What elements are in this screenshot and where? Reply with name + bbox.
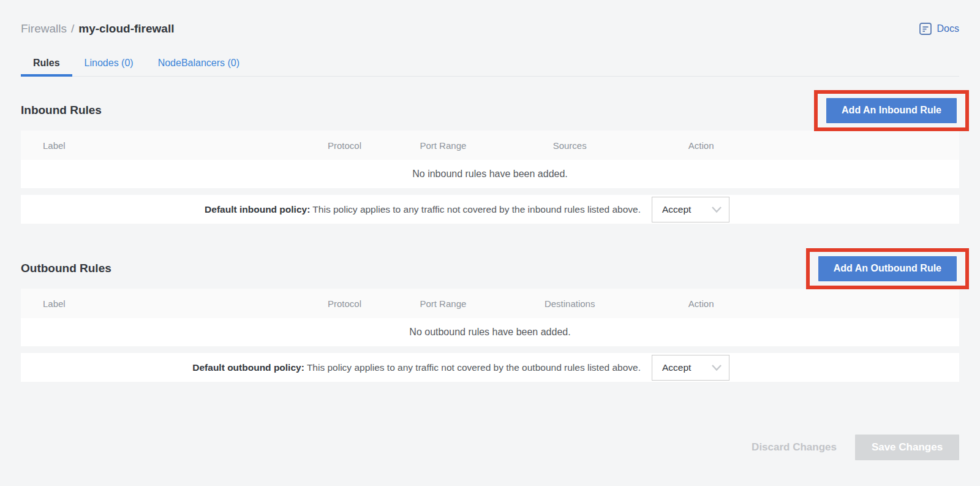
- outbound-policy-selected-value: Accept: [662, 362, 691, 373]
- add-outbound-rule-button[interactable]: Add An Outbound Rule: [818, 256, 957, 281]
- column-header-port-range: Port Range: [386, 298, 499, 309]
- outbound-policy-text: This policy applies to any traffic not c…: [307, 362, 641, 373]
- outbound-rules-section-header: Outbound Rules Add An Outbound Rule: [21, 248, 959, 289]
- column-header-action: Action: [640, 140, 762, 151]
- form-actions: Discard Changes Save Changes: [21, 435, 959, 460]
- inbound-policy-selected-value: Accept: [662, 204, 691, 215]
- chevron-down-icon: [711, 206, 722, 213]
- outbound-table-header: Label Protocol Port Range Destinations A…: [21, 289, 959, 318]
- column-header-label: Label: [21, 140, 303, 151]
- column-header-port-range: Port Range: [386, 140, 499, 151]
- tab-linodes[interactable]: Linodes (0): [72, 51, 146, 76]
- tab-bar: Rules Linodes (0) NodeBalancers (0): [21, 51, 959, 77]
- docs-icon: [919, 22, 932, 36]
- outbound-policy-description: Default outbound policy: This policy app…: [192, 362, 641, 373]
- outbound-policy-select[interactable]: Accept: [652, 355, 729, 381]
- red-highlight-annotation-outbound: Add An Outbound Rule: [806, 248, 969, 289]
- inbound-rules-section-header: Inbound Rules Add An Inbound Rule: [21, 90, 959, 131]
- inbound-table-header: Label Protocol Port Range Sources Action: [21, 131, 959, 160]
- inbound-policy-select[interactable]: Accept: [652, 197, 729, 222]
- firewall-detail-page: Firewalls / my-cloud-firewall Docs Rules…: [0, 0, 980, 486]
- breadcrumb-firewalls-link[interactable]: Firewalls: [21, 22, 67, 36]
- inbound-policy-text: This policy applies to any traffic not c…: [312, 204, 641, 215]
- row-divider: [21, 188, 959, 195]
- add-inbound-rule-button[interactable]: Add An Inbound Rule: [826, 98, 957, 123]
- save-changes-button[interactable]: Save Changes: [855, 435, 959, 460]
- outbound-rules-title: Outbound Rules: [21, 262, 111, 275]
- chevron-down-icon: [711, 364, 722, 371]
- breadcrumb: Firewalls / my-cloud-firewall: [21, 22, 174, 36]
- outbound-policy-label: Default outbound policy:: [192, 362, 304, 373]
- outbound-rules-table: Label Protocol Port Range Destinations A…: [21, 289, 959, 382]
- row-divider: [21, 346, 959, 353]
- inbound-policy-description: Default inbound policy: This policy appl…: [205, 204, 641, 215]
- inbound-empty-message: No inbound rules have been added.: [21, 160, 959, 188]
- outbound-default-policy-row: Default outbound policy: This policy app…: [21, 353, 959, 382]
- inbound-policy-label: Default inbound policy:: [205, 204, 310, 215]
- column-header-protocol: Protocol: [303, 140, 387, 151]
- column-header-action: Action: [640, 298, 762, 309]
- inbound-rules-title: Inbound Rules: [21, 104, 102, 117]
- tab-rules[interactable]: Rules: [21, 51, 72, 76]
- docs-link[interactable]: Docs: [919, 22, 959, 36]
- outbound-empty-message: No outbound rules have been added.: [21, 318, 959, 346]
- inbound-default-policy-row: Default inbound policy: This policy appl…: [21, 195, 959, 224]
- inbound-rules-table: Label Protocol Port Range Sources Action…: [21, 131, 959, 224]
- breadcrumb-separator: /: [71, 22, 74, 36]
- breadcrumb-current-firewall: my-cloud-firewall: [78, 22, 174, 36]
- column-header-label: Label: [21, 298, 303, 309]
- column-header-sources: Sources: [499, 140, 640, 151]
- docs-label: Docs: [937, 23, 959, 34]
- red-highlight-annotation-inbound: Add An Inbound Rule: [814, 90, 969, 131]
- tab-nodebalancers[interactable]: NodeBalancers (0): [146, 51, 252, 76]
- discard-changes-button[interactable]: Discard Changes: [752, 441, 837, 454]
- column-header-destinations: Destinations: [499, 298, 640, 309]
- column-header-protocol: Protocol: [303, 298, 387, 309]
- page-header: Firewalls / my-cloud-firewall Docs: [21, 0, 959, 39]
